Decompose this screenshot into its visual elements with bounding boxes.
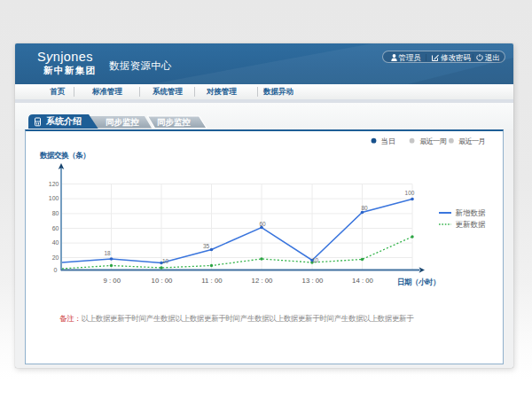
svg-text:新增数据: 新增数据 — [456, 208, 487, 217]
svg-text:100: 100 — [49, 195, 59, 201]
svg-text:更新数据: 更新数据 — [456, 220, 487, 229]
svg-text:60: 60 — [52, 224, 59, 231]
svg-text:同步监控: 同步监控 — [157, 116, 192, 126]
svg-text:同步监控: 同步监控 — [106, 116, 140, 126]
svg-text:60: 60 — [259, 220, 266, 226]
svg-text:35: 35 — [203, 242, 210, 248]
svg-text:80: 80 — [52, 210, 59, 216]
svg-text:14 : 00: 14 : 00 — [352, 276, 374, 284]
svg-text:数据交换（条）: 数据交换（条） — [39, 151, 90, 160]
svg-text:120: 120 — [49, 180, 59, 186]
svg-text:0: 0 — [54, 266, 58, 272]
svg-text:当日: 当日 — [381, 137, 395, 145]
svg-text:10: 10 — [162, 257, 169, 263]
svg-text:10: 10 — [312, 257, 319, 263]
svg-text:20: 20 — [52, 254, 59, 260]
svg-text:18: 18 — [104, 250, 111, 256]
svg-text:12 : 00: 12 : 00 — [252, 276, 274, 284]
svg-text:40: 40 — [52, 239, 59, 246]
svg-text:最近一周: 最近一周 — [419, 137, 446, 145]
svg-text:80: 80 — [361, 205, 368, 211]
svg-text:9 : 00: 9 : 00 — [104, 276, 121, 284]
svg-text:系统介绍: 系统介绍 — [45, 116, 82, 126]
svg-text:13 : 00: 13 : 00 — [302, 276, 325, 284]
svg-text:最近一月: 最近一月 — [458, 137, 484, 145]
svg-text:100: 100 — [405, 190, 415, 196]
svg-text:日期（小时）: 日期（小时） — [397, 277, 440, 286]
svg-text:10 : 00: 10 : 00 — [152, 276, 174, 284]
svg-text:11 : 00: 11 : 00 — [201, 276, 223, 284]
